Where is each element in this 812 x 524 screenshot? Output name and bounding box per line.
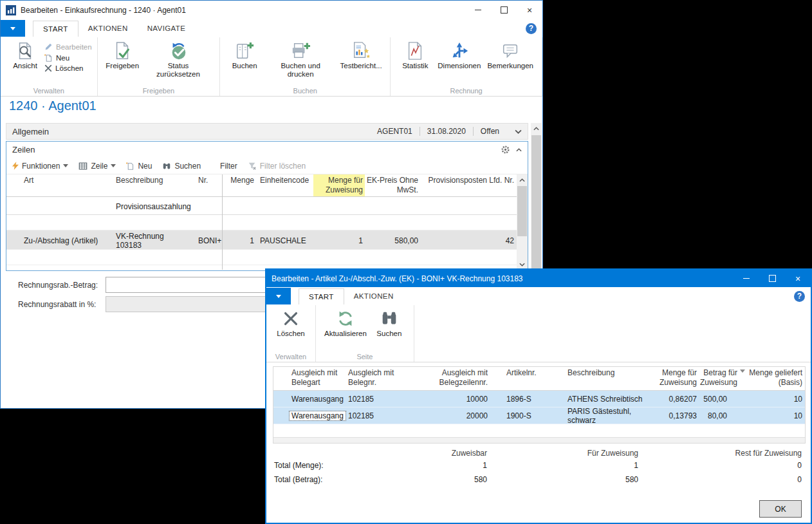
cell-menge-geliefert[interactable]: 10	[745, 411, 805, 420]
ok-button[interactable]: OK	[759, 500, 802, 518]
col-ek-preis[interactable]: EK-Preis Ohne MwSt.	[365, 174, 420, 196]
statistik-button[interactable]: Statistik	[396, 41, 434, 71]
fasttab-allgemein[interactable]: Allgemein AGENT01 31.08.2020 Offen	[6, 123, 528, 140]
buchen-button[interactable]: Buchen	[225, 41, 264, 71]
maximize-button[interactable]	[491, 1, 517, 19]
cell-beschreibung[interactable]: PARIS Gästestuhl, schwarz	[552, 407, 658, 425]
scrollbar-thumb[interactable]	[517, 186, 527, 236]
bearbeiten-button[interactable]: Bearbeiten	[44, 42, 92, 51]
col-menge-fuer-zuweisung[interactable]: Menge für Zuweisung	[658, 367, 697, 390]
cell-menge[interactable]: 1	[222, 235, 257, 245]
cell-provisionsposten[interactable]: 42	[420, 235, 516, 245]
table-row[interactable]	[6, 215, 528, 230]
cell-nr[interactable]: BONI+	[188, 235, 222, 245]
close-button[interactable]: ×	[785, 270, 811, 287]
funktionen-menu[interactable]: Funktionen	[12, 162, 68, 171]
tab-start[interactable]: START	[299, 288, 344, 304]
col-beschreibung[interactable]: Beschreibung	[552, 367, 658, 390]
suchen-button[interactable]: Suchen	[370, 308, 409, 339]
col-menge-geliefert[interactable]: Menge geliefert (Basis)	[745, 367, 805, 390]
loeschen-button[interactable]: Löschen	[272, 308, 310, 339]
zeilen-header[interactable]: Zeilen	[6, 142, 528, 158]
filter-button[interactable]: Filter	[220, 162, 237, 171]
tab-navigate[interactable]: NAVIGATE	[138, 21, 196, 36]
toolbar-suchen-button[interactable]: Suchen	[162, 162, 201, 171]
title-bar[interactable]: Bearbeiten - Einkaufsrechnung - 1240 · A…	[1, 1, 542, 19]
zeilen-table-header[interactable]: Art Beschreibung Nr. Menge Einheitencode…	[6, 174, 528, 197]
ansicht-button[interactable]: Ansicht	[6, 41, 44, 71]
cell-einheitencode[interactable]: PAUSCHALE	[257, 235, 313, 245]
tab-aktionen[interactable]: AKTIONEN	[78, 21, 138, 36]
col-menge[interactable]: Menge	[222, 174, 257, 196]
help-button[interactable]: ?	[794, 291, 805, 302]
toolbar-neu-button[interactable]: * Neu	[126, 162, 152, 171]
help-button[interactable]: ?	[526, 23, 537, 34]
cell-ek-preis[interactable]: 580,00	[365, 235, 420, 245]
col-einheitencode[interactable]: Einheitencode	[257, 174, 313, 196]
col-artikelnr[interactable]: Artikelnr.	[494, 367, 552, 390]
table-header[interactable]: Ausgleich mit Belegart Ausgleich mit Bel…	[273, 367, 805, 391]
buchen-und-drucken-button[interactable]: Buchen und drucken	[264, 41, 337, 79]
col-ausgleich-belegart[interactable]: Ausgleich mit Belegart	[273, 367, 338, 390]
cell-belegzeilennr[interactable]: 20000	[404, 411, 494, 420]
app-menu-button[interactable]	[266, 288, 291, 304]
app-menu-button[interactable]	[1, 20, 25, 37]
cell-betrag-fuer-zuweisung[interactable]: 500,00	[697, 395, 745, 404]
scroll-up-icon[interactable]	[517, 174, 528, 185]
table-row-selected[interactable]: Warenausgang 102185 20000 1900-S PARIS G…	[273, 407, 805, 424]
loeschen-button[interactable]: Löschen	[44, 64, 92, 72]
neu-button[interactable]: * Neu	[44, 53, 92, 62]
chevron-down-icon[interactable]	[515, 129, 522, 134]
table-scrollbar[interactable]	[517, 174, 528, 270]
testbericht-button[interactable]: Testbericht...	[337, 41, 385, 71]
dimensionen-button[interactable]: Dimensionen	[434, 41, 484, 71]
close-button[interactable]: ×	[517, 1, 542, 19]
cell-beschreibung[interactable]: ATHENS Schreibtisch	[552, 395, 658, 404]
col-art[interactable]: Art	[6, 174, 109, 196]
cell-belegnr[interactable]: 102185	[338, 395, 404, 404]
tab-aktionen[interactable]: AKTIONEN	[344, 288, 403, 304]
cell-menge-geliefert[interactable]: 10	[745, 395, 805, 404]
cell-belegnr[interactable]: 102185	[338, 411, 404, 420]
gear-icon[interactable]	[501, 145, 510, 154]
col-betrag-fuer-zuweisung[interactable]: Betrag für Zuweisung	[697, 367, 745, 390]
title-bar[interactable]: Bearbeiten - Artikel Zu-/Abschl.-Zuw. (E…	[266, 270, 811, 287]
cell-artikelnr[interactable]: 1900-S	[494, 411, 552, 420]
scroll-up-icon[interactable]	[531, 123, 542, 134]
col-ausgleich-belegzeilennr[interactable]: Ausgleich mit Belegzeilennr.	[404, 367, 494, 390]
minimize-button[interactable]	[465, 1, 491, 19]
rabatt-prozent-input[interactable]	[106, 296, 266, 312]
bemerkungen-button[interactable]: Bemerkungen	[484, 41, 537, 71]
table-row-selected[interactable]: Zu-/Abschlag (Artikel) VK-Rechnung 10318…	[6, 230, 528, 250]
horizontal-scrollbar[interactable]	[273, 437, 805, 443]
cell-menge-fuer-zuweisung[interactable]: 0,13793	[658, 411, 697, 420]
filter-loeschen-button[interactable]: Filter löschen	[248, 162, 306, 171]
table-row[interactable]: Provisionsauszahlung	[6, 197, 528, 215]
cell-betrag-fuer-zuweisung[interactable]: 80,00	[697, 411, 745, 420]
cell-belegzeilennr[interactable]: 10000	[404, 395, 494, 404]
zeile-menu[interactable]: Zeile	[78, 162, 116, 171]
cell-belegart[interactable]: Warenausgang	[273, 395, 338, 404]
cell-art[interactable]: Zu-/Abschlag (Artikel)	[6, 235, 109, 245]
cell-artikelnr[interactable]: 1896-S	[494, 395, 552, 404]
chevron-up-icon[interactable]	[516, 148, 522, 152]
freigeben-button[interactable]: Freigeben	[103, 41, 142, 71]
cell-beschreibung[interactable]: Provisionsauszahlung	[109, 201, 188, 211]
status-zuruecksetzen-button[interactable]: Status zurücksetzen	[142, 41, 214, 79]
col-nr[interactable]: Nr.	[188, 174, 222, 196]
cell-menge-fuer-zuweisung[interactable]: 0,86207	[658, 395, 697, 404]
aktualisieren-button[interactable]: Aktualisieren	[321, 308, 370, 339]
table-row-selected[interactable]: Warenausgang 102185 10000 1896-S ATHENS …	[273, 391, 805, 407]
cell-belegart-focused[interactable]: Warenausgang	[273, 411, 338, 420]
rabatt-betrag-input[interactable]	[106, 277, 266, 293]
cell-menge-fuer-zuweisung[interactable]: 1	[313, 235, 365, 245]
col-provisionsposten[interactable]: Provisionsposten Lfd. Nr.	[420, 174, 516, 196]
minimize-button[interactable]	[734, 270, 759, 287]
col-ausgleich-belegnr[interactable]: Ausgleich mit Belegnr.	[338, 367, 404, 390]
table-row[interactable]	[6, 250, 528, 265]
tab-start[interactable]: START	[33, 21, 78, 37]
cell-beschreibung[interactable]: VK-Rechnung 103183	[109, 230, 188, 250]
col-menge-fuer-zuweisung[interactable]: Menge für Zuweisung	[313, 174, 365, 196]
maximize-button[interactable]	[759, 270, 785, 287]
col-beschreibung[interactable]: Beschreibung	[109, 174, 188, 196]
